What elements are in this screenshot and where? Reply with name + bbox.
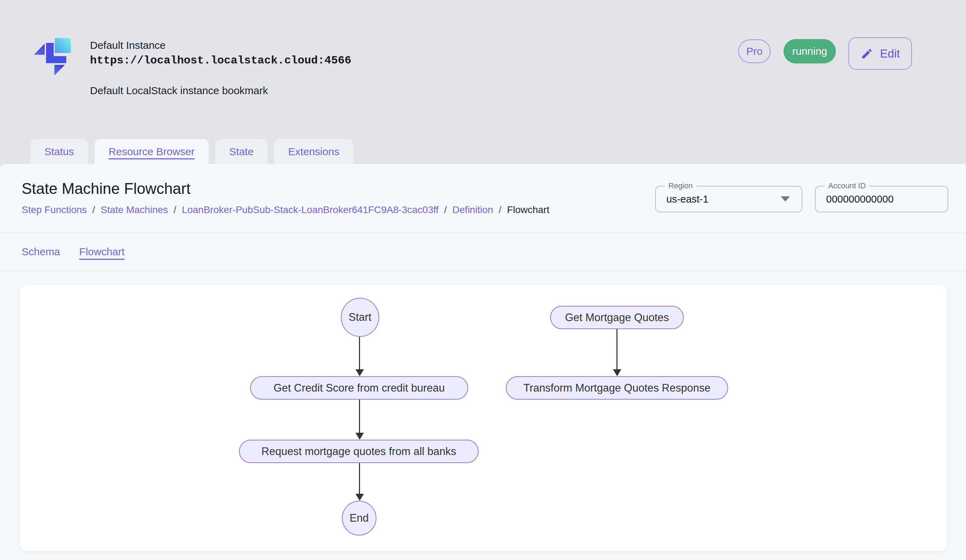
subtab-schema[interactable]: Schema	[21, 246, 60, 258]
tab-status[interactable]: Status	[30, 139, 88, 164]
breadcrumb-link-state-machines[interactable]: State Machines	[101, 204, 168, 216]
flowchart-card: Start Get Mortgage Quotes Get Credit Sco…	[20, 285, 947, 551]
edit-button[interactable]: Edit	[848, 37, 912, 70]
region-select[interactable]: Region us-east-1	[655, 186, 802, 212]
screen: Default Instance https://localhost.local…	[0, 0, 966, 560]
tab-extensions[interactable]: Extensions	[274, 139, 353, 164]
account-id-input[interactable]	[816, 187, 948, 212]
main-panel: State Machine Flowchart Step Functions /…	[0, 164, 966, 560]
tab-state[interactable]: State	[215, 139, 268, 164]
flow-node-start: Start	[341, 298, 379, 337]
status-badge: running	[784, 39, 836, 64]
arrowhead-icon	[355, 369, 364, 376]
arrowhead-icon	[355, 433, 364, 440]
breadcrumb: Step Functions / State Machines / LoanBr…	[21, 204, 549, 216]
breadcrumb-link-state-machine-name[interactable]: LoanBroker-PubSub-Stack-LoanBroker641FC9…	[182, 204, 439, 216]
main-tabs: Status Resource Browser State Extensions	[30, 139, 353, 164]
breadcrumb-link-definition[interactable]: Definition	[452, 204, 493, 216]
breadcrumb-separator: /	[92, 204, 95, 216]
flow-node-request-quotes: Request mortgage quotes from all banks	[239, 440, 479, 463]
breadcrumb-link-step-functions[interactable]: Step Functions	[21, 204, 87, 216]
tab-resource-browser[interactable]: Resource Browser	[95, 139, 209, 164]
breadcrumb-current: Flowchart	[507, 204, 549, 216]
instance-description: Default LocalStack instance bookmark	[90, 85, 268, 97]
pro-badge: Pro	[738, 39, 770, 63]
flow-node-transform-quotes-response: Transform Mortgage Quotes Response	[506, 376, 728, 400]
breadcrumb-separator: /	[174, 204, 176, 216]
divider	[0, 233, 966, 233]
breadcrumb-separator: /	[444, 204, 447, 216]
pencil-icon	[861, 47, 873, 60]
chevron-down-icon	[781, 196, 790, 201]
arrowhead-icon	[613, 369, 621, 376]
breadcrumb-separator: /	[499, 204, 502, 216]
localstack-logo-icon	[34, 38, 71, 75]
arrowhead-icon	[355, 494, 364, 501]
flow-node-end: End	[342, 501, 376, 535]
sub-tabs: Schema Flowchart	[21, 233, 125, 271]
divider	[0, 271, 966, 271]
region-value: us-east-1	[666, 187, 708, 212]
flow-node-get-credit-score: Get Credit Score from credit bureau	[250, 376, 468, 400]
instance-name: Default Instance	[90, 39, 166, 51]
account-id-field: Account ID	[815, 186, 948, 212]
flow-node-get-mortgage-quotes: Get Mortgage Quotes	[550, 306, 684, 329]
instance-url: https://localhost.localstack.cloud:4566	[90, 54, 351, 67]
subtab-flowchart[interactable]: Flowchart	[79, 246, 125, 258]
page-title: State Machine Flowchart	[21, 180, 191, 197]
